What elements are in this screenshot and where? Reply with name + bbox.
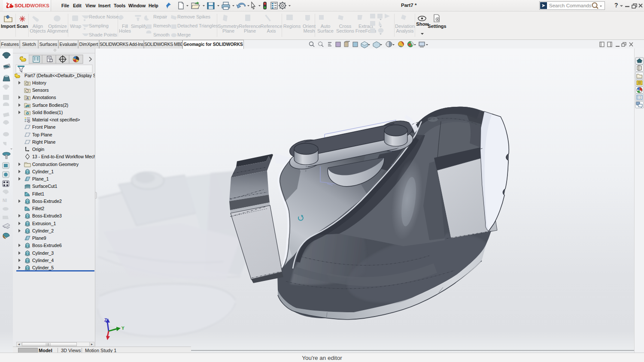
svg-text:SOLIDWORKS: SOLIDWORKS (15, 3, 49, 8)
svg-text:NI: NI (3, 198, 7, 203)
svg-text:A: A (26, 97, 28, 100)
svg-text:Y: Y (122, 326, 125, 331)
svg-text:Z: Z (104, 318, 107, 323)
